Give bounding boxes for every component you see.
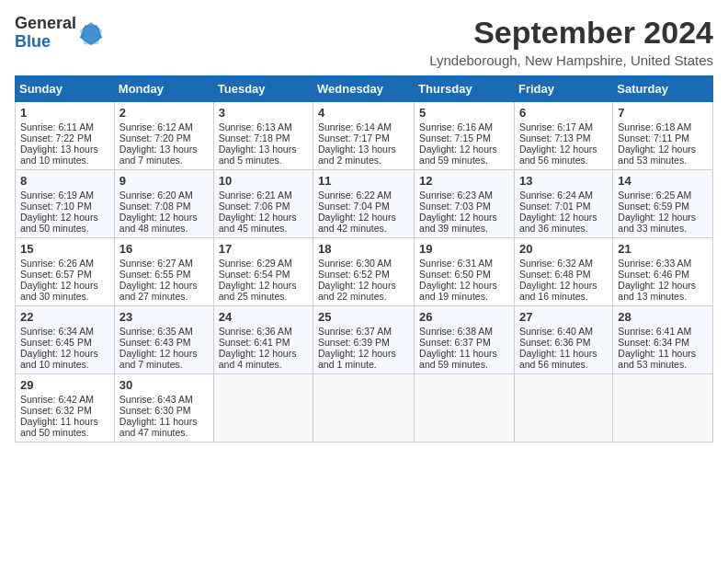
daylight-text: Daylight: 12 hours and 59 minutes. — [419, 144, 509, 166]
sunset-text: Sunset: 6:45 PM — [20, 337, 109, 348]
daylight-text: Daylight: 12 hours and 48 minutes. — [119, 212, 209, 234]
sunrise-text: Sunrise: 6:12 AM — [119, 121, 209, 132]
day-number: 15 — [20, 242, 109, 256]
daylight-text: Daylight: 12 hours and 25 minutes. — [219, 280, 308, 302]
sunset-text: Sunset: 6:32 PM — [20, 405, 109, 416]
daylight-text: Daylight: 11 hours and 50 minutes. — [20, 416, 109, 438]
sunset-text: Sunset: 6:30 PM — [119, 405, 209, 416]
calendar-header-sunday: Sunday — [16, 76, 115, 102]
sunset-text: Sunset: 7:15 PM — [419, 132, 509, 144]
calendar-header-friday: Friday — [514, 76, 612, 102]
daylight-text: Daylight: 12 hours and 50 minutes. — [20, 212, 109, 234]
calendar-cell: 2Sunrise: 6:12 AMSunset: 7:20 PMDaylight… — [114, 102, 213, 170]
calendar-cell: 15Sunrise: 6:26 AMSunset: 6:57 PMDayligh… — [16, 238, 115, 306]
sunset-text: Sunset: 7:18 PM — [219, 132, 308, 144]
sunset-text: Sunset: 6:43 PM — [119, 337, 209, 348]
day-number: 7 — [618, 106, 708, 120]
calendar-cell: 22Sunrise: 6:34 AMSunset: 6:45 PMDayligh… — [16, 306, 115, 374]
sunset-text: Sunset: 6:59 PM — [618, 201, 708, 212]
sunrise-text: Sunrise: 6:32 AM — [519, 258, 608, 269]
daylight-text: Daylight: 12 hours and 45 minutes. — [219, 212, 308, 234]
sunset-text: Sunset: 7:20 PM — [119, 132, 209, 144]
day-number: 3 — [219, 106, 308, 120]
sunrise-text: Sunrise: 6:30 AM — [318, 258, 409, 269]
daylight-text: Daylight: 12 hours and 22 minutes. — [318, 280, 409, 302]
calendar-header-tuesday: Tuesday — [213, 76, 313, 102]
calendar-cell — [613, 374, 713, 442]
sunset-text: Sunset: 6:36 PM — [519, 337, 608, 348]
day-number: 12 — [419, 174, 509, 188]
sunset-text: Sunset: 7:10 PM — [20, 201, 109, 212]
day-number: 17 — [219, 242, 308, 256]
daylight-text: Daylight: 13 hours and 2 minutes. — [318, 144, 409, 166]
calendar-week-row: 8Sunrise: 6:19 AMSunset: 7:10 PMDaylight… — [16, 170, 713, 238]
logo: General Blue — [15, 15, 104, 52]
sunrise-text: Sunrise: 6:26 AM — [20, 258, 109, 269]
daylight-text: Daylight: 12 hours and 30 minutes. — [20, 280, 109, 302]
day-number: 2 — [119, 106, 209, 120]
calendar-cell: 20Sunrise: 6:32 AMSunset: 6:48 PMDayligh… — [514, 238, 612, 306]
sunrise-text: Sunrise: 6:27 AM — [119, 258, 209, 269]
day-number: 22 — [20, 310, 109, 324]
calendar-cell: 30Sunrise: 6:43 AMSunset: 6:30 PMDayligh… — [114, 374, 213, 442]
calendar-cell: 28Sunrise: 6:41 AMSunset: 6:34 PMDayligh… — [613, 306, 713, 374]
sunrise-text: Sunrise: 6:25 AM — [618, 190, 708, 201]
calendar-cell: 19Sunrise: 6:31 AMSunset: 6:50 PMDayligh… — [415, 238, 515, 306]
sunrise-text: Sunrise: 6:38 AM — [419, 326, 509, 337]
calendar-cell: 23Sunrise: 6:35 AMSunset: 6:43 PMDayligh… — [114, 306, 213, 374]
sunset-text: Sunset: 6:54 PM — [219, 269, 308, 280]
daylight-text: Daylight: 12 hours and 42 minutes. — [318, 212, 409, 234]
sunrise-text: Sunrise: 6:40 AM — [519, 326, 608, 337]
calendar-cell: 7Sunrise: 6:18 AMSunset: 7:11 PMDaylight… — [613, 102, 713, 170]
day-number: 11 — [318, 174, 409, 188]
day-number: 6 — [519, 106, 608, 120]
day-number: 23 — [119, 310, 209, 324]
svg-marker-2 — [80, 22, 102, 44]
page-header: General Blue September 2024 Lyndeborough… — [15, 15, 713, 68]
daylight-text: Daylight: 11 hours and 47 minutes. — [119, 416, 209, 438]
daylight-text: Daylight: 11 hours and 59 minutes. — [419, 348, 509, 370]
daylight-text: Daylight: 13 hours and 5 minutes. — [219, 144, 308, 166]
calendar-header-monday: Monday — [114, 76, 213, 102]
day-number: 13 — [519, 174, 608, 188]
sunset-text: Sunset: 7:11 PM — [618, 132, 708, 144]
sunset-text: Sunset: 6:34 PM — [618, 337, 708, 348]
calendar-week-row: 22Sunrise: 6:34 AMSunset: 6:45 PMDayligh… — [16, 306, 713, 374]
daylight-text: Daylight: 12 hours and 4 minutes. — [219, 348, 308, 370]
calendar-cell: 12Sunrise: 6:23 AMSunset: 7:03 PMDayligh… — [415, 170, 515, 238]
daylight-text: Daylight: 12 hours and 53 minutes. — [618, 144, 708, 166]
daylight-text: Daylight: 12 hours and 1 minute. — [318, 348, 409, 370]
sunset-text: Sunset: 7:03 PM — [419, 201, 509, 212]
sunset-text: Sunset: 6:50 PM — [419, 269, 509, 280]
day-number: 29 — [20, 378, 109, 392]
calendar-cell — [415, 374, 515, 442]
day-number: 20 — [519, 242, 608, 256]
daylight-text: Daylight: 12 hours and 56 minutes. — [519, 144, 608, 166]
title-block: September 2024 Lyndeborough, New Hampshi… — [429, 15, 713, 68]
calendar-cell: 1Sunrise: 6:11 AMSunset: 7:22 PMDaylight… — [16, 102, 115, 170]
sunrise-text: Sunrise: 6:31 AM — [419, 258, 509, 269]
calendar-cell — [213, 374, 313, 442]
sunset-text: Sunset: 6:48 PM — [519, 269, 608, 280]
sunset-text: Sunset: 7:04 PM — [318, 201, 409, 212]
sunrise-text: Sunrise: 6:14 AM — [318, 121, 409, 132]
calendar-cell: 13Sunrise: 6:24 AMSunset: 7:01 PMDayligh… — [514, 170, 612, 238]
month-title: September 2024 — [429, 15, 713, 51]
logo-blue: Blue — [15, 33, 76, 52]
sunrise-text: Sunrise: 6:19 AM — [20, 190, 109, 201]
sunset-text: Sunset: 6:37 PM — [419, 337, 509, 348]
calendar-cell — [514, 374, 612, 442]
calendar-cell: 26Sunrise: 6:38 AMSunset: 6:37 PMDayligh… — [415, 306, 515, 374]
sunset-text: Sunset: 6:41 PM — [219, 337, 308, 348]
calendar-cell — [313, 374, 415, 442]
calendar-header-saturday: Saturday — [613, 76, 713, 102]
sunset-text: Sunset: 7:01 PM — [519, 201, 608, 212]
daylight-text: Daylight: 12 hours and 33 minutes. — [618, 212, 708, 234]
day-number: 9 — [119, 174, 209, 188]
sunset-text: Sunset: 7:06 PM — [219, 201, 308, 212]
day-number: 4 — [318, 106, 409, 120]
day-number: 21 — [618, 242, 708, 256]
calendar-cell: 24Sunrise: 6:36 AMSunset: 6:41 PMDayligh… — [213, 306, 313, 374]
daylight-text: Daylight: 12 hours and 19 minutes. — [419, 280, 509, 302]
sunrise-text: Sunrise: 6:34 AM — [20, 326, 109, 337]
